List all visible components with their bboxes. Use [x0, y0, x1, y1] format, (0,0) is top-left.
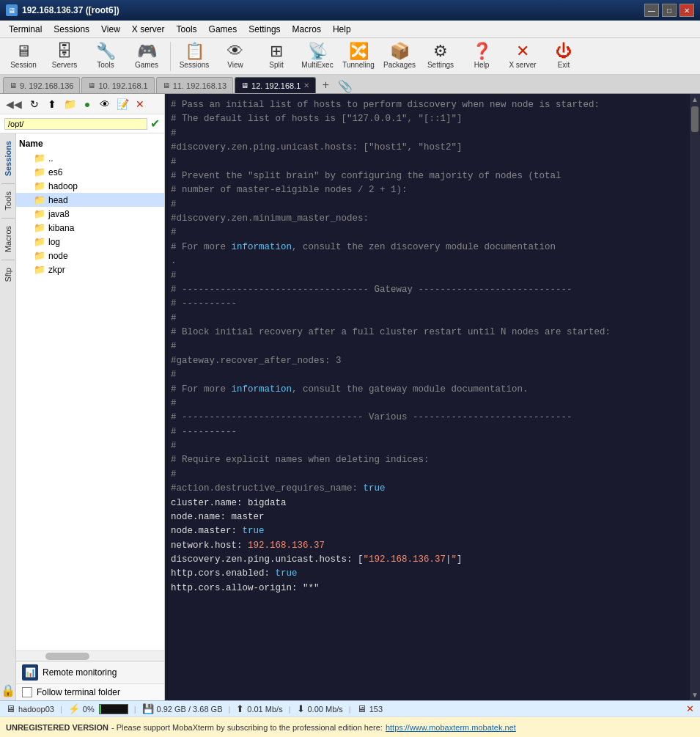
tool-view[interactable]: 👁 View: [216, 40, 254, 73]
tab-12-close[interactable]: ✕: [303, 81, 309, 89]
terminal-vscrollbar[interactable]: ▲ ▼: [690, 94, 700, 700]
tool-settings[interactable]: ⚙ Settings: [421, 40, 460, 73]
tool-help-label: Help: [474, 61, 490, 69]
tool-split[interactable]: ⊞ Split: [257, 40, 295, 73]
follow-folder-button[interactable]: Follow terminal folder: [16, 684, 164, 700]
menu-games[interactable]: Games: [203, 23, 243, 36]
vscroll-up-icon[interactable]: ▲: [691, 95, 699, 103]
tree-item-kibana[interactable]: 📁 kibana: [16, 221, 164, 235]
sidebar-edit-button[interactable]: 📝: [114, 96, 130, 112]
tool-packages[interactable]: 📦 Packages: [380, 40, 419, 73]
terminal-wrapper: # Pass an initial list of hosts to perfo…: [165, 94, 700, 700]
menu-view[interactable]: View: [95, 23, 126, 36]
tool-help[interactable]: ❓ Help: [463, 40, 501, 73]
menu-help[interactable]: Help: [327, 23, 357, 36]
tab-10[interactable]: 🖥 10. 192.168.1: [81, 77, 154, 93]
tree-item-java8[interactable]: 📁 java8: [16, 207, 164, 221]
terminal-content[interactable]: # Pass an initial list of hosts to perfo…: [165, 94, 690, 700]
tree-item-node-label: node: [48, 251, 68, 261]
term-line-32: network.host: 192.168.136.37: [171, 539, 684, 553]
status-upload: ⬆ 0.01 Mb/s: [236, 703, 282, 714]
tree-item-head-label: head: [48, 195, 68, 205]
tab-attach-button[interactable]: 📎: [335, 79, 355, 93]
menu-xserver[interactable]: X server: [126, 23, 171, 36]
tool-session[interactable]: 🖥 Session: [4, 40, 43, 73]
term-line-5: #: [171, 155, 684, 169]
tools-tab[interactable]: Tools: [2, 187, 14, 215]
tool-sessions[interactable]: 📋 Sessions: [175, 40, 213, 73]
tab-separator-1: [1, 183, 15, 184]
window-title: 192.168.136.37 ([root6]): [22, 5, 119, 15]
term-line-23: # --------------------------------- Vari…: [171, 411, 684, 425]
tool-tunneling-label: Tunneling: [342, 61, 375, 69]
macros-tab[interactable]: Macros: [2, 221, 14, 257]
path-ok-icon[interactable]: ✔: [150, 117, 160, 131]
tab-12[interactable]: 🖥 12. 192.168.1 ✕: [235, 77, 316, 93]
tree-item-log[interactable]: 📁 log: [16, 235, 164, 249]
status-hostname: hadoop03: [18, 705, 54, 714]
sidebar-hscroll-thumb: [45, 653, 89, 660]
nav-back-icon[interactable]: ◀◀: [6, 98, 22, 110]
session-icon: 🖥: [15, 43, 32, 59]
sidebar-newfolder-button[interactable]: 📁: [62, 96, 78, 112]
term-line-15: # ----------: [171, 297, 684, 311]
mobaxterm-link[interactable]: https://www.mobaxterm.mobatek.net: [386, 723, 516, 732]
minimize-button[interactable]: —: [644, 4, 659, 17]
sidebar-refresh-button[interactable]: ↻: [26, 96, 43, 112]
window-controls: — □ ✕: [644, 4, 694, 17]
tab-9-icon: 🖥: [10, 81, 17, 89]
tool-view-label: View: [227, 61, 243, 69]
term-line-20: #: [171, 368, 684, 382]
host-icon: 🖥: [6, 703, 15, 714]
menu-macros[interactable]: Macros: [287, 23, 327, 36]
folder-zkpr-icon: 📁: [34, 264, 45, 275]
sidebar-close-button[interactable]: ✕: [132, 96, 148, 112]
tab-11-label: 11. 192.168.13: [173, 81, 226, 90]
tree-item-hadoop[interactable]: 📁 hadoop: [16, 179, 164, 193]
tree-item-zkpr[interactable]: 📁 zkpr: [16, 263, 164, 276]
tool-tools[interactable]: 🔧 Tools: [86, 40, 125, 73]
remote-monitoring-button[interactable]: 📊 Remote monitoring: [16, 661, 164, 684]
vscroll-down-icon[interactable]: ▼: [691, 691, 699, 699]
tool-games[interactable]: 🎮 Games: [128, 40, 166, 73]
download-icon: ⬇: [297, 703, 305, 714]
tool-sessions-label: Sessions: [180, 61, 210, 69]
menu-tools[interactable]: Tools: [171, 23, 203, 36]
path-input[interactable]: [4, 118, 147, 130]
sidebar-upload-button[interactable]: ⬆: [44, 96, 60, 112]
vscroll-thumb[interactable]: [691, 106, 699, 132]
tool-servers[interactable]: 🗄 Servers: [45, 40, 84, 73]
tab-11[interactable]: 🖥 11. 192.168.13: [156, 77, 233, 93]
term-line-22: #: [171, 397, 684, 411]
tree-item-dots[interactable]: 📁 ..: [16, 151, 164, 165]
menu-sessions[interactable]: Sessions: [48, 23, 95, 36]
term-line-30: node.name: master: [171, 510, 684, 524]
tab-9[interactable]: 🖥 9. 192.168.136: [3, 77, 80, 93]
close-button[interactable]: ✕: [679, 4, 694, 17]
split-icon: ⊞: [270, 43, 283, 59]
tree-item-es6[interactable]: 📁 es6: [16, 165, 164, 179]
tool-exit[interactable]: ⏻ Exit: [545, 40, 583, 73]
vscroll-track: [691, 103, 699, 691]
menu-terminal[interactable]: Terminal: [3, 23, 48, 36]
tree-item-head[interactable]: 📁 head: [16, 193, 164, 207]
tool-xserver[interactable]: ✕ X server: [504, 40, 542, 73]
tree-item-node[interactable]: 📁 node: [16, 249, 164, 263]
folder-dots-icon: 📁: [34, 153, 45, 164]
main-content: ◀◀ ↻ ⬆ 📁 ● 👁 📝 ✕ ✔ Sessions Tools Macros: [0, 94, 700, 700]
tool-multiexec[interactable]: 📡 MultiExec: [298, 40, 336, 73]
sidebar-view-button[interactable]: 👁: [97, 96, 113, 112]
tab-add-button[interactable]: +: [317, 77, 334, 93]
status-close-icon[interactable]: ✕: [686, 703, 694, 714]
follow-folder-checkbox[interactable]: [22, 687, 32, 697]
sessions-tab[interactable]: Sessions: [2, 136, 14, 180]
tools-icon: 🔧: [96, 43, 116, 59]
maximize-button[interactable]: □: [662, 4, 677, 17]
upload-icon: ⬆: [236, 703, 244, 714]
tab-12-icon: 🖥: [241, 81, 248, 89]
tool-tunneling[interactable]: 🔀 Tunneling: [339, 40, 377, 73]
sidebar-newfile-button[interactable]: ●: [79, 96, 95, 112]
sftp-tab[interactable]: Sftp: [2, 263, 14, 287]
menu-settings[interactable]: Settings: [243, 23, 286, 36]
sidebar-hscrollbar[interactable]: [16, 650, 164, 661]
